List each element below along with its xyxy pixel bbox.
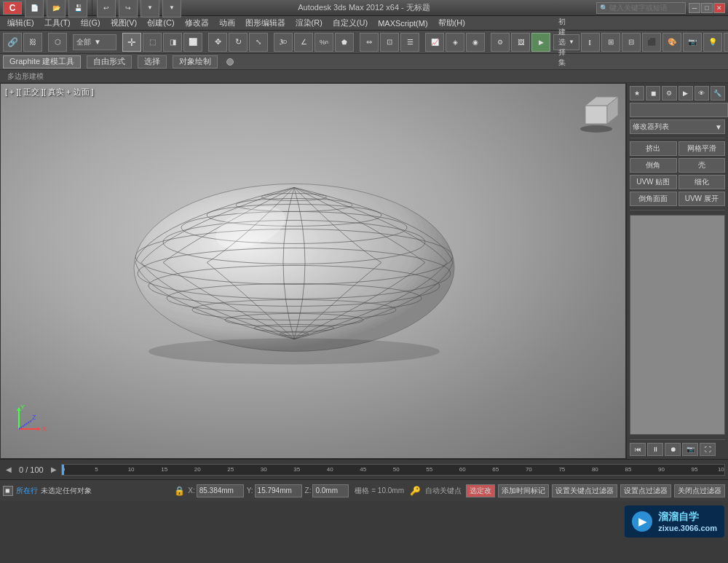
rp-btn-extrude[interactable]: 挤出 — [630, 141, 677, 156]
graphite-tab-select[interactable]: 选择 — [138, 55, 167, 68]
menu-view[interactable]: 视图(V) — [106, 17, 142, 29]
tb-filter-dropdown[interactable]: 全部 ▼ — [73, 34, 116, 50]
tb-select-region[interactable]: ⬚ — [143, 33, 162, 52]
rp-btn-chamfer[interactable]: 倒角 — [630, 158, 677, 173]
tb-extra2[interactable]: ⊞ — [601, 33, 620, 52]
app-icon[interactable]: C — [3, 1, 22, 15]
tb-extra1[interactable]: ⫿ — [581, 33, 600, 52]
menu-tools[interactable]: 工具(T) — [40, 17, 75, 29]
tb-unlink[interactable]: ⛓ — [23, 33, 42, 52]
tb-select[interactable]: ✛ — [122, 33, 141, 52]
quick-redo[interactable]: ↪ — [119, 0, 138, 17]
rp-action-maximize[interactable]: ⛶ — [700, 443, 716, 456]
rp-btn-uvw-open[interactable]: UVW 展开 — [678, 192, 726, 206]
tb-extra7[interactable]: 💡 — [703, 33, 722, 52]
menu-edit[interactable]: 编辑(E) — [3, 17, 39, 29]
nav-cube[interactable] — [574, 91, 618, 135]
tb-extra5[interactable]: 🎨 — [662, 33, 681, 52]
undo-list[interactable]: ▼ — [141, 0, 159, 17]
timeline-nav-left[interactable]: ◀ — [3, 465, 15, 473]
rp-action-record[interactable]: ⏺ — [665, 443, 681, 456]
svg-point-3 — [580, 125, 612, 133]
menu-create[interactable]: 创建(C) — [143, 17, 178, 29]
rp-action-pause[interactable]: ⏸ — [647, 443, 663, 456]
menu-maxscript[interactable]: MAXScript(M) — [373, 18, 432, 28]
rp-action-camera[interactable]: 📷 — [682, 443, 698, 456]
rp-btn-hull[interactable]: 壳 — [678, 158, 726, 173]
quick-open[interactable]: 📂 — [47, 0, 66, 17]
close-btn[interactable]: ✕ — [713, 3, 725, 13]
maximize-btn[interactable]: □ — [701, 3, 713, 13]
tb-bind-space-warp[interactable]: ⬡ — [48, 33, 67, 52]
x-input[interactable] — [197, 484, 244, 497]
rp-icon-object[interactable]: ◼ — [646, 86, 660, 101]
redo-list[interactable]: ▼ — [162, 0, 181, 17]
tb-select-link[interactable]: 🔗 — [3, 33, 22, 52]
rp-icon-motion[interactable]: ▶ — [678, 86, 693, 101]
tb-render[interactable]: ▶ — [531, 33, 550, 52]
menu-modifiers[interactable]: 修改器 — [181, 17, 213, 29]
main-toolbar: 🔗 ⛓ ⬡ 全部 ▼ ✛ ⬚ ◨ ⬜ ✥ ↻ ⤡ 𝟑D ∠ %n ⬟ ⇔ ⊡ ☰… — [0, 31, 728, 54]
btn-add-time-tag[interactable]: 添加时间标记 — [498, 484, 549, 497]
tb-schematic[interactable]: ◈ — [446, 33, 464, 52]
menu-group[interactable]: 组(G) — [76, 17, 105, 29]
tb-select-by-name[interactable]: ◨ — [163, 33, 182, 52]
tb-percent-snap[interactable]: %n — [314, 33, 333, 52]
rp-btn-uvw[interactable]: UVW 贴图 — [630, 175, 677, 189]
menu-render[interactable]: 渲染(R) — [291, 17, 327, 29]
rp-icon-display[interactable]: 👁 — [695, 86, 709, 101]
viewport[interactable]: [ + ][ 正交 ][ 真实 + 边面 ] — [0, 83, 626, 459]
tb-spinner-snap[interactable]: ⬟ — [335, 33, 354, 52]
timeline-bar[interactable]: 0 5 10 15 20 25 30 35 40 45 50 55 60 65 … — [61, 464, 725, 476]
tb-material-editor[interactable]: ◉ — [466, 33, 485, 52]
tb-align[interactable]: ⊡ — [380, 33, 399, 52]
z-input[interactable] — [312, 484, 349, 497]
graphite-tab-modeling[interactable]: Graphite 建模工具 — [3, 55, 81, 68]
rp-btn-bevel-surface[interactable]: 倒角面面 — [630, 192, 677, 206]
tb-scale[interactable]: ⤡ — [249, 33, 268, 52]
tb-move[interactable]: ✥ — [208, 33, 227, 52]
quick-save[interactable]: 💾 — [68, 0, 87, 17]
tb-render-frame[interactable]: 🖼 — [511, 33, 530, 52]
tb-mirror[interactable]: ⇔ — [360, 33, 379, 52]
quick-new[interactable]: 📄 — [25, 0, 44, 17]
tb-extra4[interactable]: ⬛ — [642, 33, 661, 52]
menu-help[interactable]: 帮助(H) — [434, 17, 470, 29]
tb-rect-select[interactable]: ⬜ — [183, 33, 202, 52]
search-input[interactable] — [609, 4, 682, 12]
tb-extra3[interactable]: ⊟ — [622, 33, 641, 52]
tb-rotate[interactable]: ↻ — [229, 33, 248, 52]
rp-btn-mesh-smooth[interactable]: 网格平滑 — [678, 141, 726, 156]
quick-undo[interactable]: ↩ — [97, 0, 116, 17]
btn-close-key[interactable]: 关闭点过滤器 — [674, 484, 725, 497]
rp-action-back[interactable]: ⏮ — [630, 443, 646, 456]
graphite-tab-object-paint[interactable]: 对象绘制 — [173, 55, 218, 68]
tb-angle-snap[interactable]: ∠ — [294, 33, 313, 52]
timeline-nav-right[interactable]: ▶ — [48, 465, 60, 473]
btn-key-mode[interactable]: 设置点过滤器 — [620, 484, 671, 497]
timeline-cursor[interactable] — [62, 465, 64, 475]
btn-key-filter[interactable]: 设置关键点过滤器 — [552, 484, 617, 497]
graphite-tab-freeform[interactable]: 自由形式 — [87, 55, 132, 68]
tb-layer[interactable]: ☰ — [400, 33, 419, 52]
menu-graph-editor[interactable]: 图形编辑器 — [241, 17, 290, 29]
rp-icon-utility[interactable]: 🔧 — [711, 86, 725, 101]
tb-curve-editor[interactable]: 📈 — [425, 33, 444, 52]
rp-icon-star[interactable]: ★ — [630, 86, 644, 101]
tb-extra6[interactable]: 📷 — [683, 33, 702, 52]
rp-icon-hierarchy[interactable]: ⚙ — [662, 86, 676, 101]
rp-btn-relax[interactable]: 细化 — [678, 175, 726, 189]
menu-animation[interactable]: 动画 — [215, 17, 240, 29]
menu-customize[interactable]: 自定义(U) — [328, 17, 372, 29]
tb-snap[interactable]: 𝟑D — [274, 33, 293, 52]
rp-modifier-dropdown[interactable]: 修改器列表 ▼ — [630, 119, 725, 134]
y-input[interactable] — [255, 484, 302, 497]
btn-select-set[interactable]: 选定改 — [466, 484, 495, 497]
svg-text:Z: Z — [32, 414, 36, 421]
tb-render-setup[interactable]: ⚙ — [491, 33, 510, 52]
minimize-btn[interactable]: ─ — [689, 3, 700, 13]
rp-search-input[interactable] — [630, 103, 728, 117]
status-mode-btn[interactable]: ◼ — [3, 486, 13, 496]
sub-tb-poly-modeling[interactable]: 多边形建模 — [3, 71, 48, 82]
tb-extra8[interactable]: 🌐 — [724, 33, 728, 52]
